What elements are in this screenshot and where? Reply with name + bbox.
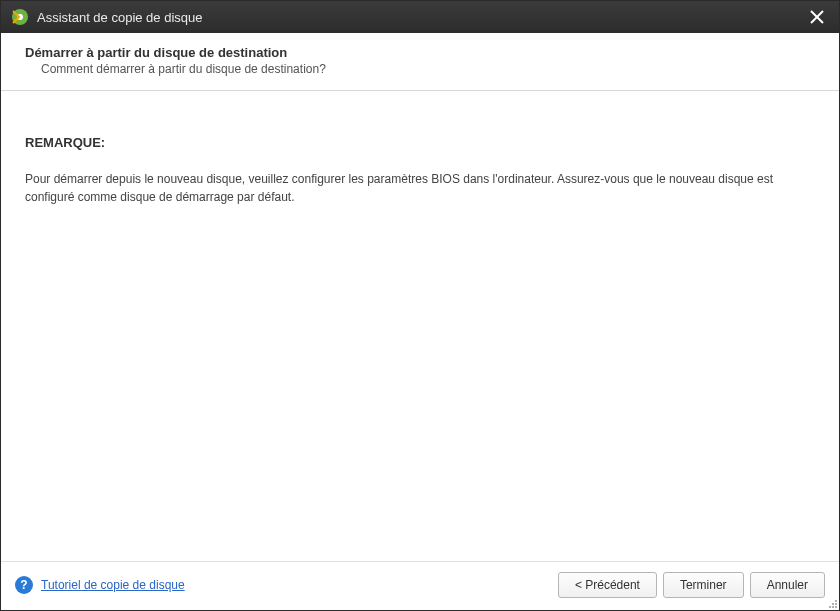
note-heading: REMARQUE: bbox=[25, 135, 815, 150]
svg-point-7 bbox=[829, 606, 831, 608]
svg-point-6 bbox=[835, 603, 837, 605]
header-panel: Démarrer à partir du disque de destinati… bbox=[1, 33, 839, 91]
cancel-button[interactable]: Annuler bbox=[750, 572, 825, 598]
svg-point-9 bbox=[835, 606, 837, 608]
resize-grip-icon[interactable] bbox=[828, 599, 838, 609]
app-icon bbox=[11, 8, 29, 26]
page-subtitle: Comment démarrer à partir du disque de d… bbox=[41, 62, 839, 76]
page-title: Démarrer à partir du disque de destinati… bbox=[25, 45, 839, 60]
help-link[interactable]: Tutoriel de copie de disque bbox=[41, 578, 185, 592]
footer-bar: ? Tutoriel de copie de disque < Précéden… bbox=[1, 561, 839, 610]
note-body: Pour démarrer depuis le nouveau disque, … bbox=[25, 170, 815, 206]
help-area: ? Tutoriel de copie de disque bbox=[15, 576, 552, 594]
content-area: REMARQUE: Pour démarrer depuis le nouvea… bbox=[1, 91, 839, 561]
previous-button[interactable]: < Précédent bbox=[558, 572, 657, 598]
wizard-window: Assistant de copie de disque Démarrer à … bbox=[0, 0, 840, 611]
titlebar: Assistant de copie de disque bbox=[1, 1, 839, 33]
svg-point-4 bbox=[835, 600, 837, 602]
svg-point-8 bbox=[832, 606, 834, 608]
finish-button[interactable]: Terminer bbox=[663, 572, 744, 598]
close-icon[interactable] bbox=[805, 5, 829, 29]
svg-point-5 bbox=[832, 603, 834, 605]
help-icon: ? bbox=[15, 576, 33, 594]
window-title: Assistant de copie de disque bbox=[37, 10, 805, 25]
